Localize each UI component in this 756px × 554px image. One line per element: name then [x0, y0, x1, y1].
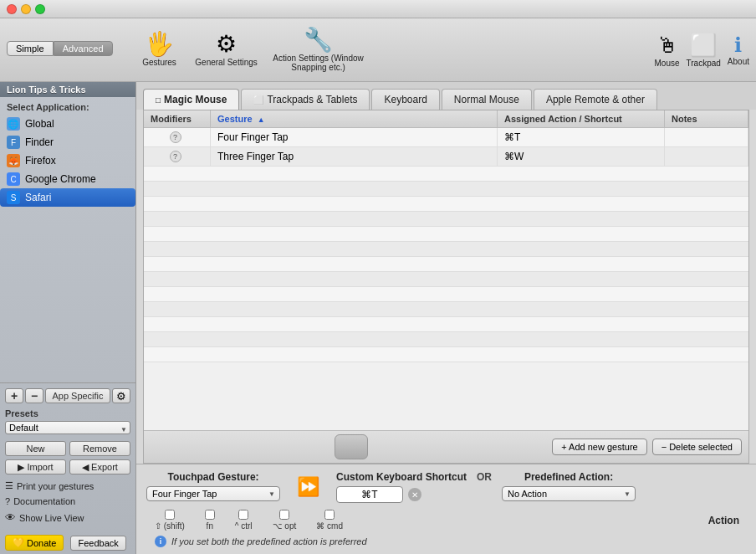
fn-label: fn	[207, 521, 213, 531]
help-icon-1[interactable]: ?	[170, 131, 181, 143]
firefox-icon: 🦊	[7, 154, 20, 167]
tab-apple-remote[interactable]: Apple Remote & other	[534, 89, 657, 110]
table-row[interactable]: ? Three Finger Tap ⌘W	[144, 147, 748, 167]
shift-checkbox[interactable]	[165, 510, 175, 520]
add-new-gesture-button[interactable]: + Add new gesture	[552, 439, 646, 455]
global-label: Global	[25, 118, 54, 130]
mouse-toolbar-item[interactable]: 🖱 Mouse	[655, 33, 680, 68]
tab-keyboard[interactable]: Keyboard	[371, 89, 439, 110]
table-header: Modifiers Gesture ▲ Assigned Action / Sh…	[144, 110, 748, 128]
about-icon: ℹ	[734, 33, 742, 57]
main-layout: Lion Tips & Tricks Select Application: 🌐…	[0, 82, 756, 554]
sidebar-item-firefox[interactable]: 🦊 Firefox	[0, 151, 135, 170]
tab-trackpads[interactable]: ⬜ Trackpads & Tablets	[241, 89, 370, 110]
shortcut-input-wrapper: ✕	[336, 486, 467, 503]
delete-selected-button[interactable]: − Delete selected	[652, 439, 742, 455]
trackpad-icon: ⬜	[690, 33, 717, 59]
td-action-2: ⌘W	[498, 147, 665, 166]
close-button[interactable]	[7, 4, 17, 14]
action-settings-icon: 🔧	[304, 28, 333, 52]
clear-shortcut-button[interactable]: ✕	[408, 488, 421, 501]
empty-row	[144, 197, 748, 212]
info-icon: i	[155, 536, 166, 547]
table-body: ? Four Finger Tap ⌘T ? Three Finger Tap …	[144, 128, 748, 430]
maximize-button[interactable]	[35, 4, 45, 14]
trackpads-tab-label: Trackpads & Tablets	[267, 94, 357, 105]
presets-dropdown[interactable]: Default	[5, 421, 130, 434]
about-toolbar-item[interactable]: ℹ About	[728, 33, 749, 66]
empty-row	[144, 167, 748, 182]
general-settings-toolbar-item[interactable]: ⚙ General Settings	[193, 29, 260, 70]
sidebar-toolbar: + − App Specific ⚙	[5, 388, 130, 403]
magic-mouse-tab-icon: □	[156, 95, 161, 105]
gestures-toolbar-item[interactable]: 🖐 Gestures	[126, 29, 193, 70]
question-icon: ?	[5, 496, 10, 506]
tab-magic-mouse[interactable]: □ Magic Mouse	[143, 89, 239, 110]
firefox-label: Firefox	[25, 155, 56, 167]
cmd-checkbox[interactable]	[324, 510, 335, 520]
td-action-1: ⌘T	[498, 128, 665, 146]
app-specific-button[interactable]: App Specific	[45, 388, 110, 403]
opt-checkbox[interactable]	[279, 510, 289, 520]
empty-row	[144, 242, 748, 257]
fn-checkbox[interactable]	[205, 510, 215, 520]
checkbox-opt: ⌥ opt	[273, 510, 297, 531]
scroll-thumb[interactable]	[335, 434, 368, 459]
about-label: About	[728, 57, 749, 66]
remove-app-button[interactable]: −	[25, 388, 43, 403]
select-application-label: Select Application:	[0, 97, 135, 115]
show-live-view-button[interactable]: 👁 Show Live View	[5, 509, 130, 526]
checkbox-ctrl: ^ ctrl	[235, 510, 253, 531]
th-gesture[interactable]: Gesture ▲	[211, 110, 498, 127]
help-icon-2[interactable]: ?	[170, 151, 181, 162]
ctrl-checkbox[interactable]	[238, 510, 248, 520]
donate-button[interactable]: 💛 Donate	[5, 535, 64, 551]
feedback-button[interactable]: Feedback	[70, 536, 125, 551]
documentation-button[interactable]: ? Documentation	[5, 494, 130, 509]
sidebar-header: Lion Tips & Tricks	[0, 82, 135, 97]
safari-icon: S	[7, 191, 20, 204]
table-row[interactable]: ? Four Finger Tap ⌘T	[144, 128, 748, 147]
gesture-section: Touchpad Gesture: Four Finger Tap	[146, 471, 280, 501]
sidebar-item-finder[interactable]: F Finder	[0, 133, 135, 151]
action-settings-toolbar-item[interactable]: 🔧 Action Settings (Window Snapping etc.)	[260, 25, 377, 75]
empty-row	[144, 182, 748, 197]
sidebar-item-safari[interactable]: S Safari	[0, 188, 135, 207]
tabs-row: □ Magic Mouse ⬜ Trackpads & Tablets Keyb…	[136, 82, 756, 110]
gesture-dropdown[interactable]: Four Finger Tap	[146, 486, 280, 501]
ctrl-label: ^ ctrl	[235, 521, 253, 531]
th-action: Assigned Action / Shortcut	[498, 110, 665, 127]
opt-label: ⌥ opt	[273, 521, 297, 531]
td-gesture-2: Three Finger Tap	[211, 147, 498, 166]
gesture-section-label: Touchpad Gesture:	[146, 471, 280, 483]
empty-row	[144, 347, 748, 362]
preset-import-button[interactable]: ▶ Import	[5, 459, 66, 474]
chrome-icon: C	[7, 172, 20, 186]
presets-dropdown-wrapper: Default	[5, 421, 130, 438]
sidebar-item-chrome[interactable]: C Google Chrome	[0, 170, 135, 188]
empty-row	[144, 257, 748, 272]
gear-button[interactable]: ⚙	[112, 388, 130, 403]
td-notes-2	[665, 147, 748, 166]
preset-remove-button[interactable]: Remove	[69, 441, 130, 456]
print-gestures-button[interactable]: ☰ Print your gestures	[5, 478, 130, 494]
simple-mode-button[interactable]: Simple	[7, 41, 54, 56]
shortcut-input[interactable]	[336, 486, 403, 503]
title-bar	[0, 0, 756, 18]
add-app-button[interactable]: +	[5, 388, 23, 403]
shortcut-section: Custom Keyboard Shortcut ✕	[336, 471, 467, 503]
gestures-label: Gestures	[142, 58, 176, 67]
sidebar-item-global[interactable]: 🌐 Global	[0, 115, 135, 133]
sidebar-bottom: + − App Specific ⚙ Presets Default New R…	[0, 382, 135, 531]
advanced-mode-button[interactable]: Advanced	[54, 41, 113, 56]
preset-new-button[interactable]: New	[5, 441, 66, 456]
bottom-panel: Touchpad Gesture: Four Finger Tap ⏩ Cust…	[136, 464, 756, 554]
trackpad-toolbar-item[interactable]: ⬜ Trackpad	[687, 33, 721, 68]
preset-export-button[interactable]: ◀ Export	[69, 459, 130, 474]
presets-row-2: ▶ Import ◀ Export	[5, 459, 130, 474]
minimize-button[interactable]	[21, 4, 31, 14]
td-modifiers-2: ?	[144, 147, 211, 166]
chrome-label: Google Chrome	[25, 173, 96, 185]
tab-normal-mouse[interactable]: Normal Mouse	[442, 89, 532, 110]
predefined-dropdown[interactable]: No Action	[502, 486, 636, 501]
